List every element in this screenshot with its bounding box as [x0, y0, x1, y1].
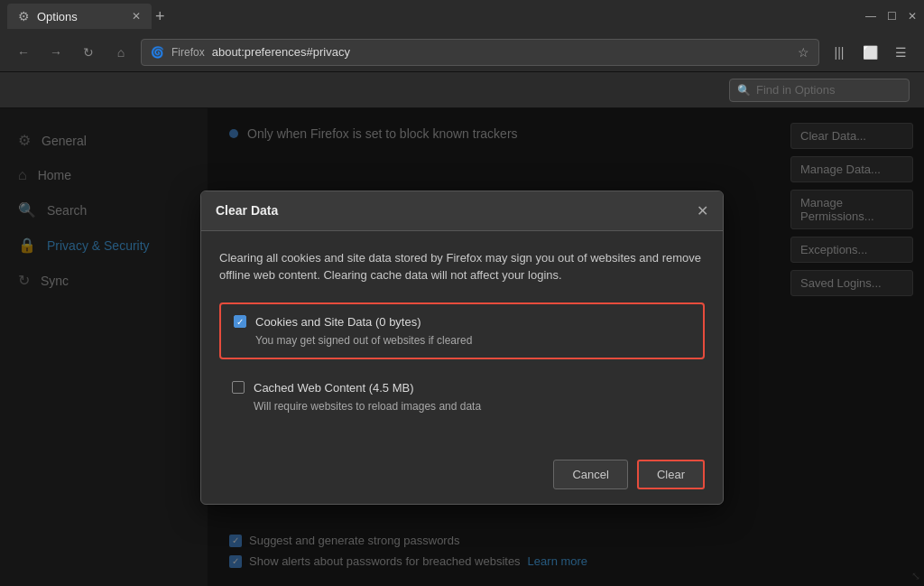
- tab-close-button[interactable]: ✕: [132, 10, 141, 23]
- nav-bar: ← → ↻ ⌂ 🌀 Firefox about:preferences#priv…: [0, 33, 924, 72]
- tab-options-icon: ⚙: [18, 9, 30, 23]
- window-controls: — ☐ ✕: [865, 10, 917, 23]
- bookmark-icon[interactable]: ☆: [798, 45, 809, 60]
- find-input[interactable]: [756, 83, 901, 97]
- modal-overlay: Clear Data ✕ Clearing all cookies and si…: [0, 108, 924, 586]
- cancel-button[interactable]: Cancel: [553, 460, 627, 489]
- back-button[interactable]: ←: [11, 40, 36, 65]
- browser-label: Firefox: [171, 46, 205, 59]
- cache-option-row: Cached Web Content (4.5 MB): [232, 381, 692, 395]
- tab-bar: ⚙ Options ✕ +: [7, 4, 865, 29]
- cookies-option-row: ✓ Cookies and Site Data (0 bytes): [234, 315, 690, 329]
- url-text: about:preferences#privacy: [212, 45, 790, 59]
- modal-body: Clearing all cookies and site data store…: [201, 231, 723, 449]
- new-tab-button[interactable]: +: [155, 7, 165, 26]
- title-bar: ⚙ Options ✕ + — ☐ ✕: [0, 0, 924, 33]
- refresh-button[interactable]: ↻: [76, 40, 101, 65]
- modal-footer: Cancel Clear: [201, 449, 723, 504]
- minimize-button[interactable]: —: [865, 10, 876, 23]
- library-icon[interactable]: |||: [827, 40, 852, 65]
- cache-checkbox[interactable]: [232, 381, 245, 394]
- modal-description: Clearing all cookies and site data store…: [219, 249, 705, 284]
- find-input-wrap[interactable]: 🔍: [729, 79, 910, 102]
- find-bar: 🔍: [0, 72, 924, 108]
- checkmark-icon: ✓: [236, 317, 244, 327]
- home-button[interactable]: ⌂: [108, 40, 134, 65]
- sidebar-toggle-icon[interactable]: ⬜: [857, 40, 882, 65]
- find-search-icon: 🔍: [737, 84, 751, 97]
- cookies-option-sublabel: You may get signed out of websites if cl…: [255, 334, 690, 347]
- cookies-option-label: Cookies and Site Data (0 bytes): [255, 315, 421, 329]
- browser-icon: 🌀: [151, 46, 164, 59]
- active-tab[interactable]: ⚙ Options ✕: [7, 4, 152, 29]
- main-content: ⚙ General ⌂ Home 🔍 Search 🔒 Privacy & Se…: [0, 108, 924, 586]
- modal-title: Clear Data: [216, 203, 278, 218]
- modal-close-button[interactable]: ✕: [697, 202, 708, 219]
- cache-option-box: Cached Web Content (4.5 MB) Will require…: [219, 370, 705, 423]
- cookies-option-box: ✓ Cookies and Site Data (0 bytes) You ma…: [219, 302, 705, 359]
- cache-option-label: Cached Web Content (4.5 MB): [254, 381, 414, 395]
- menu-icon[interactable]: ☰: [888, 40, 913, 65]
- nav-right-icons: ||| ⬜ ☰: [827, 40, 913, 65]
- tab-label: Options: [37, 10, 78, 23]
- close-window-button[interactable]: ✕: [908, 10, 917, 23]
- maximize-button[interactable]: ☐: [887, 10, 897, 23]
- cache-option-sublabel: Will require websites to reload images a…: [254, 400, 692, 413]
- clear-data-modal: Clear Data ✕ Clearing all cookies and si…: [200, 191, 724, 505]
- url-bar[interactable]: 🌀 Firefox about:preferences#privacy ☆: [141, 39, 819, 66]
- forward-button[interactable]: →: [43, 40, 69, 65]
- clear-button[interactable]: Clear: [637, 460, 705, 489]
- cookies-checkbox[interactable]: ✓: [234, 315, 246, 328]
- modal-header: Clear Data ✕: [201, 191, 723, 231]
